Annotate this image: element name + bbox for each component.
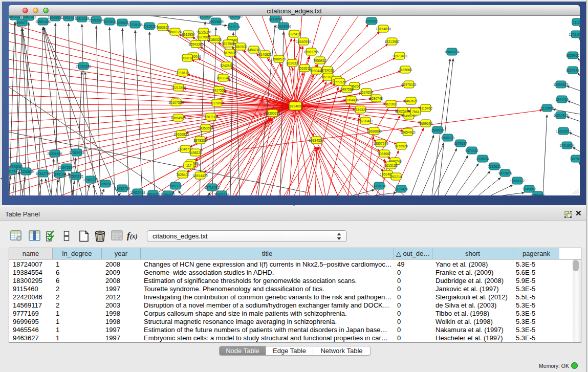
svg-text:13654923: 13654923 [400,130,416,134]
svg-text:8878332: 8878332 [193,139,207,142]
svg-text:62160: 62160 [386,102,396,106]
svg-text:1080748: 1080748 [369,97,383,100]
svg-text:10654923: 10654923 [170,116,186,120]
svg-text:7663822: 7663822 [156,26,169,29]
svg-text:1527602: 1527602 [103,20,116,24]
svg-text:21053346: 21053346 [76,64,91,68]
svg-text:989018: 989018 [182,56,193,60]
svg-text:8912954: 8912954 [182,33,195,36]
svg-text:1588520: 1588520 [272,57,286,61]
svg-text:11124: 11124 [573,20,580,24]
svg-text:16045045: 16045045 [9,16,23,18]
svg-text:19166825: 19166825 [173,133,189,136]
svg-text:1145194: 1145194 [53,172,66,176]
svg-text:18300295: 18300295 [265,112,280,115]
svg-text:12923448: 12923448 [130,191,145,194]
svg-text:9857771: 9857771 [169,184,182,188]
svg-text:15720407: 15720407 [358,119,373,123]
svg-text:3875685: 3875685 [223,51,236,55]
svg-text:10973403: 10973403 [392,54,407,58]
svg-text:12156829: 12156829 [18,170,34,173]
svg-text:15312028: 15312028 [74,17,90,20]
svg-text:18807249: 18807249 [373,142,388,145]
svg-text:9115460: 9115460 [419,106,432,110]
svg-text:33975857: 33975857 [59,166,74,169]
svg-text:7625402: 7625402 [176,173,189,177]
svg-text:20206556: 20206556 [47,152,62,156]
svg-text:19218506: 19218506 [276,25,291,28]
svg-text:14353594: 14353594 [198,126,213,130]
svg-text:1615132: 1615132 [384,164,398,167]
svg-text:8471676: 8471676 [498,171,512,175]
svg-text:2803144: 2803144 [216,76,230,80]
svg-text:10107554: 10107554 [168,101,184,104]
svg-text:8186328: 8186328 [208,38,222,41]
svg-text:9327508: 9327508 [222,42,235,46]
svg-text:7515526: 7515526 [143,25,156,28]
svg-text:14055714: 14055714 [14,21,30,25]
svg-text:2935114: 2935114 [476,157,489,161]
svg-text:18524835: 18524835 [227,16,243,18]
svg-text:1167534: 1167534 [570,157,580,161]
svg-text:12342757: 12342757 [35,172,51,176]
svg-text:391514: 391514 [9,169,17,173]
svg-text:15751074: 15751074 [569,33,580,36]
svg-text:16782759: 16782759 [115,187,130,190]
svg-text:20364436: 20364436 [343,98,359,102]
svg-text:10654112: 10654112 [510,179,525,183]
svg-text:3267110: 3267110 [204,115,217,119]
svg-text:7857214: 7857214 [227,25,240,29]
svg-text:17359914: 17359914 [69,151,84,155]
svg-text:2867608: 2867608 [234,45,247,49]
svg-text:8427552: 8427552 [212,89,226,92]
svg-text:10958107: 10958107 [98,182,113,186]
svg-text:20943302: 20943302 [21,16,36,19]
svg-text:1733426: 1733426 [395,187,408,191]
svg-text:252214: 252214 [390,175,402,179]
svg-text:7386322: 7386322 [354,108,367,112]
svg-text:9699695: 9699695 [419,122,432,125]
svg-text:1325419: 1325419 [288,32,301,36]
svg-text:16914479: 16914479 [192,174,208,178]
svg-text:16210643: 16210643 [553,114,569,117]
svg-text:12213369: 12213369 [171,86,186,90]
svg-text:8215958: 8215958 [540,106,554,110]
svg-text:10688609: 10688609 [366,129,382,133]
svg-text:9474444: 9474444 [465,149,478,152]
svg-text:12093823: 12093823 [553,83,569,86]
svg-text:822033: 822033 [287,61,298,65]
svg-text:2718176: 2718176 [176,71,189,75]
svg-text:11319264: 11319264 [198,16,213,18]
svg-text:9464253: 9464253 [146,192,160,196]
svg-text:14136141: 14136141 [372,184,387,188]
svg-text:1244419: 1244419 [555,98,569,101]
svg-text:6734028: 6734028 [321,69,334,72]
svg-text:17957225: 17957225 [83,178,98,182]
svg-text:7564: 7564 [412,110,420,114]
svg-text:6679197: 6679197 [454,142,467,145]
svg-text:9660124: 9660124 [168,30,182,34]
svg-text:9146821: 9146821 [258,53,272,56]
svg-text:9245652: 9245652 [522,187,536,191]
svg-text:7485063: 7485063 [399,68,412,72]
svg-text:16543382: 16543382 [188,42,204,46]
svg-text:9777169: 9777169 [333,80,346,84]
svg-text:10964511: 10964511 [161,193,176,196]
svg-text:16648784: 16648784 [444,50,460,54]
svg-text:15692931: 15692931 [556,129,571,133]
svg-text:9084067: 9084067 [378,152,391,156]
svg-text:8454749: 8454749 [247,48,260,52]
svg-text:9463627: 9463627 [404,99,418,103]
svg-text:1624554: 1624554 [360,91,373,94]
svg-text:12505135: 12505135 [68,174,83,178]
svg-text:16640910: 16640910 [296,40,311,43]
svg-text:117: 117 [186,164,192,167]
svg-text:317004: 317004 [211,101,223,105]
svg-text:1640954: 1640954 [431,128,444,132]
svg-text:8813054: 8813054 [269,17,282,21]
svg-text:8938923: 8938923 [441,136,454,140]
svg-text:9227343: 9227343 [566,69,579,72]
svg-text:12975115: 12975115 [402,83,417,86]
svg-text:10719185: 10719185 [127,23,143,27]
svg-text:2087682: 2087682 [365,19,378,23]
